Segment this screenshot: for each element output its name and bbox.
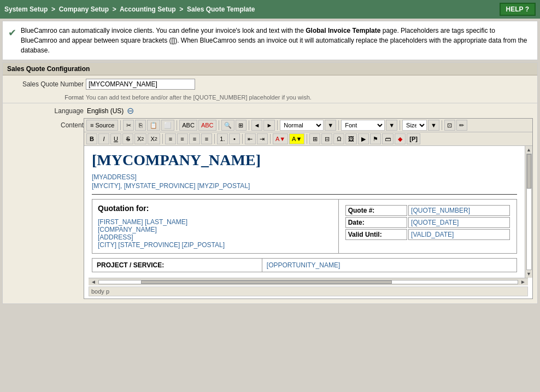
help-button[interactable]: HELP ? xyxy=(500,3,536,16)
info-box: ✔ BlueCamroo can automatically invoice c… xyxy=(2,21,538,60)
scroll-thumb xyxy=(527,154,531,189)
separator9 xyxy=(162,134,163,144)
separator3 xyxy=(219,120,219,130)
ordered-list-button[interactable]: 1. xyxy=(217,133,228,144)
scroll-track[interactable] xyxy=(526,154,532,270)
align-center-button[interactable]: ≡ xyxy=(177,133,188,144)
paste-button[interactable]: 📋 xyxy=(147,120,160,131)
language-icon[interactable]: ⊖ xyxy=(127,106,134,116)
breadcrumb-company-setup[interactable]: Company Setup xyxy=(59,5,109,13)
special-char-button[interactable]: Ω xyxy=(333,133,344,144)
city-state-line: [MYCITY], [MYSTATE_PROVINCE] [MYZIP_POST… xyxy=(92,182,517,190)
table-button[interactable]: ⊞ xyxy=(309,133,320,144)
scroll-down-arrow[interactable]: ▼ xyxy=(526,271,531,277)
size-dropdown[interactable]: ▼ xyxy=(428,120,439,131)
editor-scroll-area[interactable]: [MYCOMPANY_NAME] [MYADDRESS] [MYCITY], [… xyxy=(84,146,525,278)
italic-button[interactable]: I xyxy=(98,133,109,144)
quotation-for: Quotation for: xyxy=(98,204,333,213)
editor-full: ≡ Source ✂ ⎘ 📋 ⬜ ABC ABC 🔍 ⊞ ◄ ► No xyxy=(84,118,533,299)
separator13 xyxy=(307,134,307,144)
company-name-heading: [MYCOMPANY_NAME] xyxy=(92,151,517,169)
info-text: BlueCamroo can automatically invoice cli… xyxy=(21,26,532,55)
first-last-name: [FIRST_NAME] [LAST_NAME] xyxy=(98,218,333,226)
date-label: Date: xyxy=(345,217,407,228)
size-select[interactable]: Size xyxy=(402,120,427,131)
editor-outer: Content ≡ Source ✂ ⎘ 📋 ⬜ ABC ABC 🔍 ⊞ xyxy=(3,118,537,303)
find-replace-button[interactable]: 🔍 xyxy=(221,120,234,131)
format-dropdown[interactable]: ▼ xyxy=(325,120,336,131)
language-value: English (US) xyxy=(87,107,124,115)
section-header: Sales Quote Configuration xyxy=(3,63,537,75)
divider xyxy=(92,194,517,195)
project-label: PROJECT / SERVICE: xyxy=(92,259,262,272)
align-right-button[interactable]: ≡ xyxy=(189,133,200,144)
header-bar: System Setup > Company Setup > Accountin… xyxy=(0,0,540,19)
separator6 xyxy=(338,120,339,130)
valid-until-value: [VALID_DATE] xyxy=(408,229,510,240)
font-dropdown[interactable]: ▼ xyxy=(386,120,397,131)
separator4 xyxy=(249,120,249,130)
scroll-up-arrow[interactable]: ▲ xyxy=(526,147,531,153)
subscript-button[interactable]: X2 xyxy=(134,133,146,144)
superscript-button[interactable]: X2 xyxy=(148,133,160,144)
separator1 xyxy=(120,120,121,130)
sales-quote-number-row: Sales Quote Number xyxy=(3,75,537,93)
table-row-button[interactable]: ⊟ xyxy=(321,133,332,144)
h-scroll-track[interactable] xyxy=(98,280,518,284)
horizontal-scrollbar[interactable]: ◄ ► xyxy=(89,278,528,285)
maximize-button[interactable]: ⊡ xyxy=(444,120,455,131)
main-content: Sales Quote Configuration Sales Quote Nu… xyxy=(2,62,538,304)
info-icon: ✔ xyxy=(8,27,16,39)
company-name-field: [COMPANY_NAME] xyxy=(98,226,333,233)
vertical-scrollbar[interactable]: ▲ ▼ xyxy=(525,146,532,278)
flash-button[interactable]: ▶ xyxy=(358,133,369,144)
scroll-right-arrow[interactable]: ► xyxy=(519,279,527,285)
separator12 xyxy=(270,134,271,144)
date-value: [QUOTE_DATE] xyxy=(408,217,510,228)
spell-check2-button[interactable]: ABC xyxy=(198,120,216,131)
strikethrough-button[interactable]: S̶ xyxy=(122,133,133,144)
spell-check-button[interactable]: ABC xyxy=(179,120,197,131)
indent-button[interactable]: ⇥ xyxy=(257,133,268,144)
font-color-button[interactable]: A▼ xyxy=(273,133,288,144)
project-value: [OPPORTUNITY_NAME] xyxy=(262,259,516,272)
redo-button[interactable]: ► xyxy=(263,120,275,131)
bold-button[interactable]: B xyxy=(86,133,97,144)
editor-content-area: [MYCOMPANY_NAME] [MYADDRESS] [MYCITY], [… xyxy=(84,146,532,278)
img2-button[interactable]: 🗃 xyxy=(382,133,394,144)
copy-button[interactable]: ⎘ xyxy=(135,120,146,131)
breadcrumb-accounting-setup[interactable]: Accounting Setup xyxy=(120,5,176,13)
paragraph-format-select[interactable]: Normal xyxy=(280,120,324,131)
breadcrumb: System Setup > Company Setup > Accountin… xyxy=(4,5,255,13)
cut-button[interactable]: ✂ xyxy=(123,120,134,131)
undo-button[interactable]: ◄ xyxy=(251,120,263,131)
underline-button[interactable]: U xyxy=(110,133,121,144)
align-justify-button[interactable]: ≡ xyxy=(201,133,212,144)
scroll-left-arrow[interactable]: ◄ xyxy=(90,279,97,285)
format-label: Format xyxy=(7,93,84,101)
toolbar-row2: B I U S̶ X2 X2 ≡ ≡ ≡ ≡ 1. • ⇤ ⇥ A▼ A▼ xyxy=(84,132,532,146)
valid-until-label: Valid Until: xyxy=(345,229,407,240)
city-state-zip: [CITY] [STATE_PROVINCE] [ZIP_POSTAL] xyxy=(98,241,333,249)
unordered-list-button[interactable]: • xyxy=(229,133,240,144)
placeholder-button[interactable]: [P] xyxy=(407,133,420,144)
source-button[interactable]: ≡ Source xyxy=(86,120,118,131)
paste-text-button[interactable]: ⬜ xyxy=(161,120,174,131)
separator8 xyxy=(442,120,442,130)
content-label: Content xyxy=(7,118,84,129)
align-left-button[interactable]: ≡ xyxy=(165,133,176,144)
highlight-button[interactable]: A▼ xyxy=(289,133,304,144)
flag-button[interactable]: ⚑ xyxy=(370,133,381,144)
format-row: Format You can add text before and/or af… xyxy=(3,93,537,103)
format-hint: You can add text before and/or after the… xyxy=(86,93,312,101)
font-select[interactable]: Font xyxy=(341,120,385,131)
source2-button[interactable]: ✏ xyxy=(456,120,467,131)
outdent-button[interactable]: ⇤ xyxy=(245,133,256,144)
image-button[interactable]: 🖼 xyxy=(345,133,357,144)
breadcrumb-system-setup[interactable]: System Setup xyxy=(4,5,48,13)
project-table: PROJECT / SERVICE: [OPPORTUNITY_NAME] xyxy=(92,258,517,272)
sales-quote-number-input[interactable] xyxy=(86,79,195,90)
quote-outer-table: Quotation for: [FIRST_NAME] [LAST_NAME] … xyxy=(92,199,517,254)
widget-button[interactable]: ◆ xyxy=(395,133,406,144)
replace-button[interactable]: ⊞ xyxy=(236,120,246,131)
